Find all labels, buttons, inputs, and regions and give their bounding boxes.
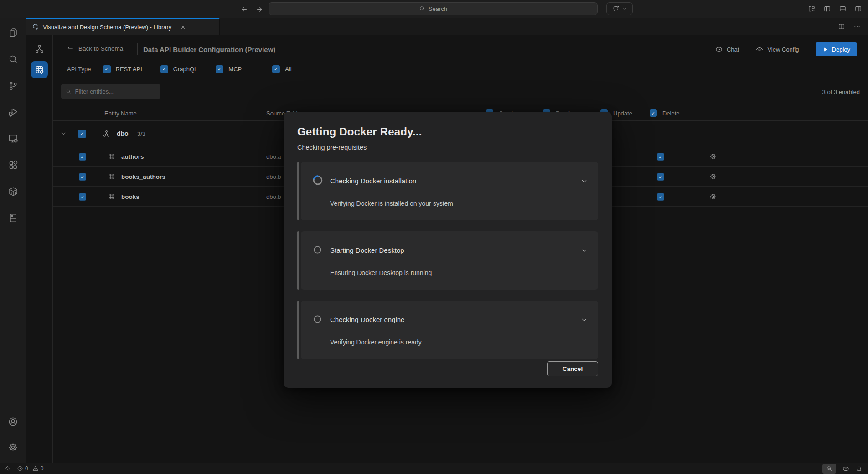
activity-bar <box>0 18 26 463</box>
all-checkbox[interactable] <box>272 65 280 73</box>
mcp-label: MCP <box>228 66 242 73</box>
eye-icon <box>755 45 764 53</box>
step-title: Checking Docker engine <box>330 316 404 323</box>
step-accent-bar <box>297 231 299 290</box>
arrow-left-icon <box>240 5 248 13</box>
sidebar-item-extensions[interactable] <box>0 152 26 178</box>
deploy-button[interactable]: Deploy <box>816 42 857 56</box>
rest-api-label: REST API <box>116 66 142 73</box>
api-option-graphql[interactable]: GraphQL <box>160 65 197 73</box>
zoom-indicator-chip[interactable] <box>822 464 836 474</box>
col-delete: Delete <box>650 109 680 117</box>
problems-indicator[interactable]: 0 0 <box>17 465 43 472</box>
sidebar-item-containers[interactable] <box>0 178 26 205</box>
view-config-button[interactable]: View Config <box>755 45 799 53</box>
files-icon <box>8 27 19 38</box>
cancel-button[interactable]: Cancel <box>547 361 598 376</box>
entity-source: dbo.a <box>266 153 281 160</box>
group-dbo-checkbox[interactable] <box>78 130 86 138</box>
arrow-right-icon <box>256 5 264 13</box>
sidebar-item-remote-explorer[interactable] <box>0 125 26 152</box>
step-title: Starting Docker Desktop <box>330 246 404 254</box>
row-checkbox-cell <box>79 152 86 161</box>
tab-visualize-design-schema[interactable]: Visualize and Design Schema (Preview) - … <box>26 18 220 35</box>
sidebar-item-search[interactable] <box>0 46 26 73</box>
titlebar: Search <box>0 0 868 18</box>
sidebar-item-run-debug[interactable] <box>0 99 26 125</box>
entity-name: books_authors <box>121 173 165 180</box>
remote-indicator-icon[interactable] <box>5 465 11 472</box>
search-placeholder: Search <box>429 5 447 12</box>
settings-button[interactable] <box>0 434 26 460</box>
row-settings-gear-icon[interactable] <box>709 172 717 180</box>
toggle-panel-icon[interactable] <box>839 5 847 13</box>
history-back-button[interactable] <box>238 4 249 15</box>
tool-rail <box>26 35 53 463</box>
graphql-checkbox[interactable] <box>160 65 168 73</box>
sidebar-item-explorer[interactable] <box>0 20 26 46</box>
mcp-checkbox[interactable] <box>216 65 223 73</box>
tool-data-api-builder-active[interactable] <box>31 61 48 78</box>
editor-actions <box>838 18 861 35</box>
group-count: 3/3 <box>137 130 145 137</box>
row-settings-gear-icon[interactable] <box>709 152 717 160</box>
warning-icon <box>32 465 39 472</box>
delete-select-all-checkbox[interactable] <box>650 109 657 117</box>
copilot-status-icon[interactable] <box>842 465 850 473</box>
authors-enabled-checkbox[interactable] <box>79 153 86 161</box>
books-authors-delete-checkbox[interactable] <box>657 173 664 181</box>
warning-count: 0 <box>41 465 44 472</box>
table-icon <box>108 173 115 180</box>
customize-layout-icon[interactable] <box>808 5 816 13</box>
filter-entities-field[interactable] <box>75 88 156 95</box>
debug-play-icon <box>8 107 19 118</box>
split-editor-icon[interactable] <box>838 23 845 30</box>
enabled-summary: 3 of 3 enabled <box>822 89 860 95</box>
bell-icon[interactable] <box>856 465 863 472</box>
books-enabled-checkbox[interactable] <box>79 193 86 201</box>
graphql-label: GraphQL <box>173 66 197 73</box>
api-option-rest[interactable]: REST API <box>103 65 142 73</box>
row-settings-gear-icon[interactable] <box>709 193 717 200</box>
group-checkbox-cell <box>78 129 86 138</box>
git-branch-icon <box>8 80 19 91</box>
step-docker-installation: Checking Docker installation Verifying D… <box>297 162 598 220</box>
api-options-divider <box>260 64 260 73</box>
api-option-all[interactable]: All <box>272 65 291 73</box>
step-accent-bar <box>297 162 299 220</box>
step-title: Checking Docker installation <box>330 177 416 185</box>
error-icon <box>17 465 23 472</box>
more-actions-icon[interactable] <box>853 23 861 30</box>
accounts-button[interactable] <box>0 409 26 434</box>
tab-close-button[interactable] <box>179 23 187 31</box>
chevron-down-icon[interactable] <box>580 177 588 185</box>
history-forward-button[interactable] <box>254 4 265 15</box>
chat-button[interactable]: Chat <box>715 45 739 53</box>
chevron-down-icon[interactable] <box>580 316 588 324</box>
filter-entities-input[interactable] <box>61 84 160 99</box>
back-to-schema-button[interactable]: Back to Schema <box>67 45 123 52</box>
books-authors-enabled-checkbox[interactable] <box>79 173 86 181</box>
step-docker-engine: Checking Docker engine Verifying Docker … <box>297 301 598 359</box>
header-divider <box>137 43 138 55</box>
copilot-icon <box>715 45 723 53</box>
page-title: Data API Builder Configuration (Preview) <box>143 46 275 53</box>
container-box-icon <box>8 186 19 197</box>
api-option-mcp[interactable]: MCP <box>216 65 242 73</box>
all-label: All <box>285 66 291 73</box>
copilot-menu-button[interactable] <box>606 2 633 15</box>
api-type-row: API Type REST API GraphQL MCP All <box>67 64 310 73</box>
collapse-chevron-icon[interactable] <box>60 130 67 137</box>
schema-designer-icon[interactable] <box>34 43 45 55</box>
sidebar-item-source-control[interactable] <box>0 73 26 99</box>
rest-api-checkbox[interactable] <box>103 65 111 73</box>
delete-checkbox-cell <box>657 192 664 201</box>
chevron-down-icon[interactable] <box>580 247 588 255</box>
command-center-search[interactable]: Search <box>269 2 598 15</box>
sidebar-item-database[interactable] <box>0 205 26 231</box>
delete-checkbox-cell <box>657 152 664 161</box>
toggle-secondary-sidebar-icon[interactable] <box>854 5 862 13</box>
authors-delete-checkbox[interactable] <box>657 153 664 161</box>
toggle-primary-sidebar-icon[interactable] <box>823 5 831 13</box>
books-delete-checkbox[interactable] <box>657 193 664 201</box>
